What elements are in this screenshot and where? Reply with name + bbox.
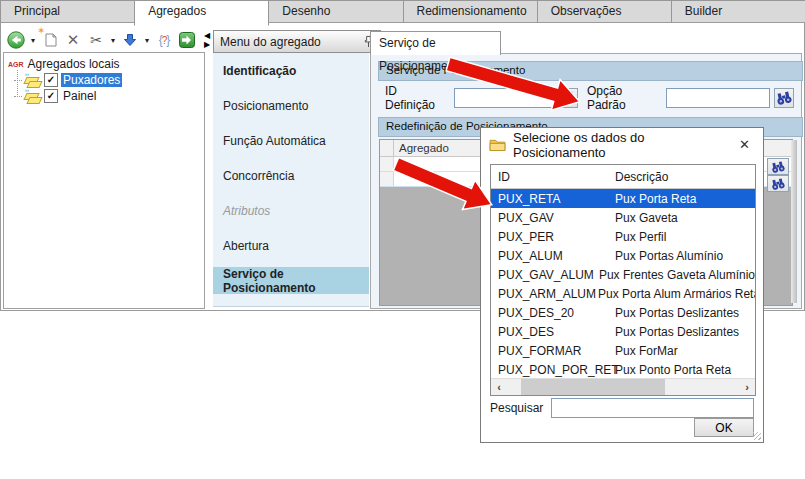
scroll-right-icon[interactable]: › (739, 381, 755, 393)
tree-item[interactable]: ›› ✓ Painel (14, 88, 122, 104)
row-desc: Pux Gaveta (613, 211, 755, 225)
resize-grip[interactable] (753, 432, 761, 440)
close-icon[interactable]: ✕ (734, 135, 755, 154)
tree-root-item[interactable]: AGR Agregados locais (8, 57, 120, 71)
cut-dropdown-caret[interactable]: ▾ (109, 36, 117, 45)
ribbon-tab[interactable]: Builder (671, 0, 805, 23)
tree-item-label: Painel (61, 89, 98, 103)
menu-item[interactable]: Identificação (213, 53, 369, 88)
app-window: Principal Agregados Desenho Redimensiona… (0, 0, 805, 479)
scrollbar-thumb[interactable] (521, 379, 665, 395)
ribbon-tab[interactable]: Desenho (268, 0, 403, 23)
scroll-left-icon[interactable]: ‹ (491, 381, 507, 393)
binoculars-icon (776, 90, 792, 106)
grid-row-lookup-button[interactable] (767, 175, 789, 192)
dialog-row[interactable]: PUX_RETA Pux Porta Reta (491, 189, 755, 208)
back-button[interactable] (6, 30, 26, 50)
move-down-icon (123, 33, 137, 47)
grid-vertical-scrollbar[interactable] (791, 140, 797, 303)
tree-elbow-line (14, 72, 22, 81)
dialog-title-bar: Selecione os dados do Posicionamento ✕ (481, 128, 763, 161)
row-id: PUX_ARM_ALUM (491, 287, 596, 301)
grid-lookup-buttons (767, 158, 789, 192)
cut-button[interactable]: ✂ (86, 30, 106, 50)
auto-structure-button[interactable]: {?} (154, 30, 174, 50)
column-desc-header[interactable]: Descrição (613, 170, 755, 184)
dialog-row[interactable]: PUX_DES_20 Pux Portas Deslizantes (491, 303, 755, 322)
dialog-row[interactable]: PUX_GAV_ALUM Pux Frentes Gaveta Alumínio (491, 265, 755, 284)
tree-checkbox[interactable]: ✓ (44, 73, 58, 87)
go-icon (179, 32, 195, 48)
dialog-row[interactable]: PUX_FORMAR Pux ForMar (491, 341, 755, 360)
menu-item[interactable]: Serviço de Posicionamento (213, 267, 369, 294)
row-id: PUX_ALUM (491, 249, 613, 263)
scrollbar-track[interactable] (507, 379, 739, 395)
row-desc: Pux Portas Alumínio (613, 249, 755, 263)
dialog-row[interactable]: PUX_GAV Pux Gaveta (491, 208, 755, 227)
row-id: PUX_GAV_ALUM (491, 268, 597, 282)
dashed-brace-icon: } (166, 33, 169, 47)
agr-icon: AGR (8, 61, 24, 68)
service-fields-row: ID Definição Opção Padrão (378, 87, 794, 109)
row-id: PUX_FORMAR (491, 344, 613, 358)
search-row: Pesquisar (490, 398, 754, 418)
dialog-list: ID Descrição PUX_RETA Pux Porta Reta PUX… (490, 164, 756, 396)
menu-item[interactable]: Função Automática (213, 123, 369, 158)
ribbon-tab[interactable]: Redimensionamento (403, 0, 538, 23)
menu-item[interactable]: Abertura (213, 228, 369, 263)
layers-icon: ›› (25, 72, 41, 88)
id-definicao-input[interactable] (454, 88, 556, 108)
grid-row-lookup-button[interactable] (767, 158, 789, 175)
move-down-dropdown-caret[interactable]: ▾ (143, 36, 151, 45)
toolbar: ▾ ✶ ✕ ✂ ▾ ▾ {?} (6, 28, 197, 52)
ribbon-tab[interactable]: Observações (537, 0, 672, 23)
opcao-padrao-input[interactable] (666, 88, 770, 108)
binoculars-icon (771, 177, 785, 191)
search-label: Pesquisar (490, 401, 543, 415)
id-definicao-lookup-button[interactable] (558, 88, 578, 108)
tree-root-label: Agregados locais (28, 57, 120, 71)
ok-button[interactable]: OK (694, 418, 754, 437)
grid-row-selector-header (380, 140, 394, 157)
tree-item-label: Puxadores (61, 73, 122, 87)
row-desc: Pux Ponto Porta Reta (613, 363, 755, 377)
menu-panel: Identificação Posicionamento Função Auto… (213, 53, 369, 307)
dialog-row[interactable]: PUX_PON_POR_RET Pux Ponto Porta Reta (491, 360, 755, 379)
dialog-list-header: ID Descrição (491, 165, 755, 189)
tree-elbow-line (14, 88, 22, 97)
back-dropdown-caret[interactable]: ▾ (29, 36, 37, 45)
binoculars-icon (560, 90, 576, 106)
grid-row-selector[interactable] (380, 157, 394, 171)
delete-button[interactable]: ✕ (63, 30, 83, 50)
row-id: PUX_PON_POR_RET (491, 363, 613, 377)
go-button[interactable] (177, 30, 197, 50)
dialog-title: Selecione os dados do Posicionamento (513, 130, 727, 160)
new-item-button[interactable]: ✶ (40, 30, 60, 50)
ribbon-tab[interactable]: Principal (0, 0, 135, 23)
main-tab[interactable]: Serviço de Posicionamento (370, 31, 501, 55)
dialog-row[interactable]: PUX_PER Pux Perfil (491, 227, 755, 246)
dialog-row[interactable]: PUX_DES Pux Portas Deslizantes (491, 322, 755, 341)
ribbon-tab-bar: Principal Agregados Desenho Redimensiona… (0, 0, 805, 23)
dialog-rows: PUX_RETA Pux Porta Reta PUX_GAV Pux Gave… (491, 189, 755, 379)
opcao-padrao-lookup-button[interactable] (774, 88, 794, 108)
tree-checkbox[interactable]: ✓ (44, 89, 58, 103)
tree-item[interactable]: ›› ✓ Puxadores (14, 72, 122, 88)
ribbon-tab[interactable]: Agregados (134, 0, 269, 26)
search-input[interactable] (551, 398, 754, 418)
dialog-row[interactable]: PUX_ALUM Pux Portas Alumínio (491, 246, 755, 265)
move-down-button[interactable] (120, 30, 140, 50)
row-id: PUX_GAV (491, 211, 613, 225)
row-desc: Pux Porta Alum Armários Reta (596, 287, 756, 301)
column-id-header[interactable]: ID (491, 170, 613, 184)
menu-item[interactable]: Concorrência (213, 158, 369, 193)
menu-item[interactable]: Atributos (213, 193, 369, 228)
dialog-row[interactable]: PUX_ARM_ALUM Pux Porta Alum Armários Ret… (491, 284, 755, 303)
horizontal-scrollbar[interactable]: ‹ › (491, 378, 755, 395)
grid-row-selector[interactable] (380, 172, 394, 186)
row-desc: Pux Portas Deslizantes (613, 306, 755, 320)
menu-item[interactable]: Posicionamento (213, 88, 369, 123)
tree-children: ›› ✓ Puxadores ›› ✓ Painel (14, 72, 122, 104)
row-desc: Pux Perfil (613, 230, 755, 244)
menu-panel-header: Menu do agregado (213, 30, 381, 53)
